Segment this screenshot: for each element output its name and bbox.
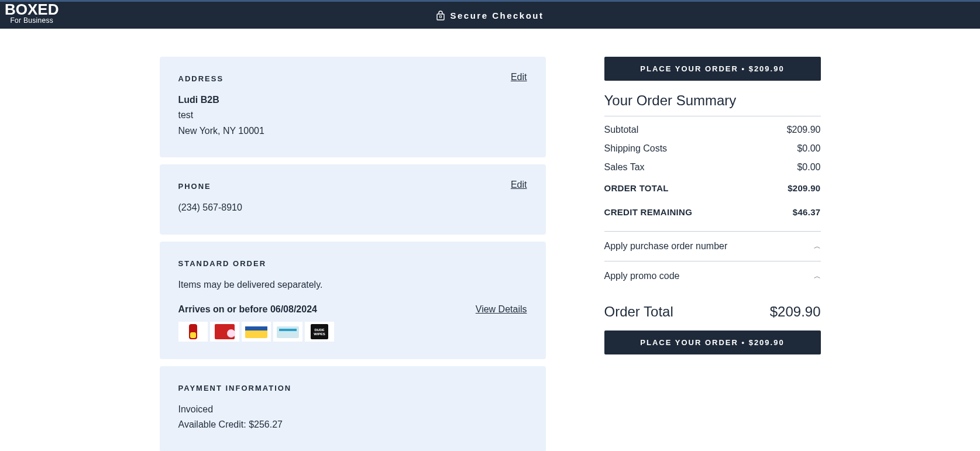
svg-rect-13 [279, 329, 297, 331]
place-order-top-button[interactable]: PLACE YOUR ORDER • $209.90 [604, 57, 821, 81]
address-city: New York, NY 10001 [178, 125, 527, 137]
address-title: ADDRESS [178, 74, 527, 83]
summary-shipping-row: Shipping Costs $0.00 [604, 143, 821, 154]
svg-rect-0 [437, 14, 444, 20]
edit-address-link[interactable]: Edit [511, 72, 527, 82]
total-value: $209.90 [788, 183, 820, 193]
logo-text: BOXED [5, 2, 59, 17]
tax-label: Sales Tax [604, 162, 645, 173]
shipping-value: $0.00 [797, 143, 820, 154]
logo-subtext: For Business [5, 17, 59, 24]
apply-po-label: Apply purchase order number [604, 241, 728, 252]
view-details-link[interactable]: View Details [476, 304, 527, 315]
summary-tax-row: Sales Tax $0.00 [604, 162, 821, 173]
order-item-thumb[interactable] [273, 322, 302, 342]
apply-po-accordion[interactable]: Apply purchase order number ︿ [604, 231, 821, 261]
svg-rect-1 [440, 16, 442, 18]
lock-icon [436, 10, 445, 20]
order-item-thumb[interactable]: DUDEWIPES [305, 322, 334, 342]
payment-method: Invoiced [178, 403, 527, 416]
order-arrival-row: Arrives on or before 06/08/2024 View Det… [178, 304, 527, 315]
grand-total-label: Order Total [604, 304, 673, 320]
shipping-label: Shipping Costs [604, 143, 668, 154]
apply-promo-label: Apply promo code [604, 271, 680, 281]
svg-rect-10 [245, 326, 267, 330]
summary-title: Your Order Summary [604, 92, 821, 109]
svg-text:WIPES: WIPES [314, 332, 325, 336]
summary-total-row: ORDER TOTAL $209.90 [604, 183, 821, 193]
svg-rect-4 [190, 332, 196, 338]
summary-subtotal-row: Subtotal $209.90 [604, 125, 821, 135]
divider [604, 116, 821, 116]
credit-value: $46.37 [793, 207, 821, 217]
svg-text:DUDE: DUDE [314, 328, 324, 332]
grand-total-value: $209.90 [770, 304, 821, 320]
phone-title: PHONE [178, 182, 527, 191]
phone-card: PHONE Edit (234) 567-8910 [160, 164, 546, 234]
secure-text: Secure Checkout [450, 11, 544, 20]
payment-credit: Available Credit: $256.27 [178, 418, 527, 431]
order-item-thumb[interactable] [242, 322, 271, 342]
checkout-left-column: ADDRESS Edit Ludi B2B test New York, NY … [160, 57, 546, 451]
svg-rect-15 [311, 324, 328, 339]
address-name: Ludi B2B [178, 94, 527, 106]
logo[interactable]: BOXED For Business [5, 2, 59, 24]
subtotal-label: Subtotal [604, 125, 639, 135]
apply-promo-accordion[interactable]: Apply promo code ︿ [604, 261, 821, 291]
order-arrives: Arrives on or before 06/08/2024 [178, 304, 317, 315]
total-label: ORDER TOTAL [604, 183, 669, 193]
place-order-bottom-button[interactable]: PLACE YOUR ORDER • $209.90 [604, 330, 821, 354]
address-card: ADDRESS Edit Ludi B2B test New York, NY … [160, 57, 546, 157]
svg-point-7 [227, 329, 235, 338]
order-card: STANDARD ORDER Items may be delivered se… [160, 242, 546, 359]
subtotal-value: $209.90 [787, 125, 821, 135]
tax-value: $0.00 [797, 162, 820, 173]
svg-rect-12 [277, 326, 299, 338]
checkout-page: ADDRESS Edit Ludi B2B test New York, NY … [0, 29, 980, 451]
credit-label: CREDIT REMAINING [604, 207, 693, 217]
phone-value: (234) 567-8910 [178, 201, 527, 214]
address-line1: test [178, 109, 527, 122]
order-thumbnails: DUDEWIPES [178, 322, 527, 342]
order-item-thumb[interactable] [178, 322, 208, 342]
summary-credit-row: CREDIT REMAINING $46.37 [604, 207, 821, 217]
payment-card: PAYMENT INFORMATION Invoiced Available C… [160, 366, 546, 451]
order-note: Items may be delivered separately. [178, 278, 527, 291]
order-item-thumb[interactable] [210, 322, 239, 342]
order-title: STANDARD ORDER [178, 259, 527, 268]
grand-total-row: Order Total $209.90 [604, 304, 821, 320]
secure-checkout-label: Secure Checkout [436, 10, 544, 20]
chevron-up-icon: ︿ [814, 271, 821, 281]
top-bar: BOXED For Business Secure Checkout [0, 0, 980, 29]
payment-title: PAYMENT INFORMATION [178, 384, 527, 393]
edit-phone-link[interactable]: Edit [511, 180, 527, 190]
chevron-up-icon: ︿ [814, 242, 821, 252]
order-summary-column: PLACE YOUR ORDER • $209.90 Your Order Su… [604, 57, 821, 451]
